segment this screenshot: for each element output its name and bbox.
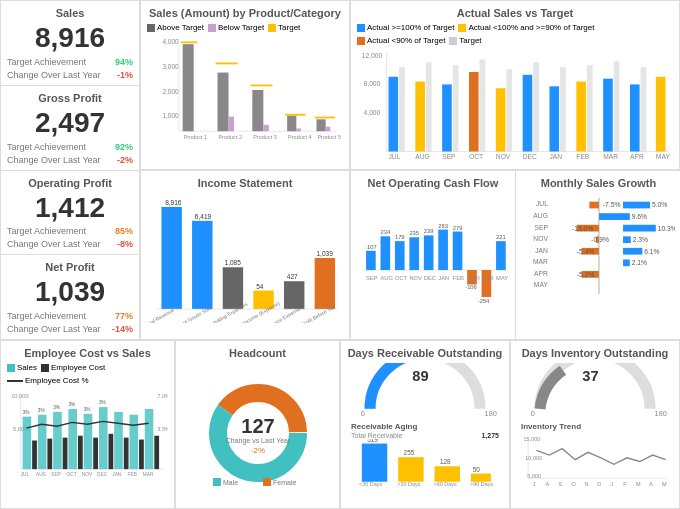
gross-profit-target-label: Target Achievement xyxy=(7,142,86,152)
svg-text:0: 0 xyxy=(361,409,365,418)
svg-text:>60 Days: >60 Days xyxy=(434,481,457,487)
gross-profit-change-row: Change Over Last Year -2% xyxy=(7,155,133,165)
sales-by-product-chart: 4,000 3,000 2,000 1,000 xyxy=(147,35,343,145)
svg-rect-67 xyxy=(223,267,243,309)
svg-text:NOV: NOV xyxy=(82,472,93,477)
svg-text:SEP: SEP xyxy=(366,275,378,281)
svg-text:1,085: 1,085 xyxy=(225,259,242,266)
svg-rect-18 xyxy=(317,119,326,131)
sales-value: 8,916 xyxy=(7,23,133,54)
monthly-growth-chart: JUL -7.5% 5.0% AUG 9.6% SEP -13.0% 10.3% xyxy=(522,193,675,323)
svg-text:MAR: MAR xyxy=(143,472,154,477)
receivable-card: Days Receivable Outstanding 0 89 180 Rec… xyxy=(340,340,510,509)
inventory-trend-chart: 15,000 10,000 5,000 J A S O N D J F M A … xyxy=(517,432,673,492)
actual-sales-legend: Actual >=100% of Target Actual <100% and… xyxy=(357,23,673,45)
svg-text:JAN: JAN xyxy=(438,275,449,281)
svg-text:50: 50 xyxy=(473,466,481,473)
net-profit-kpi-card: Net Profit 1,039 Target Achievement 77% … xyxy=(1,255,139,339)
svg-text:6.1%: 6.1% xyxy=(644,248,659,255)
svg-text:-106: -106 xyxy=(465,284,477,290)
svg-rect-115 xyxy=(589,202,599,209)
svg-text:234: 234 xyxy=(381,229,391,235)
svg-text:128: 128 xyxy=(440,458,451,465)
svg-rect-161 xyxy=(99,407,108,469)
svg-text:2,000: 2,000 xyxy=(163,88,179,95)
svg-rect-45 xyxy=(576,82,586,152)
svg-text:7.0%: 7.0% xyxy=(157,393,168,399)
svg-text:255: 255 xyxy=(404,449,415,456)
svg-text:MAR: MAR xyxy=(467,275,480,281)
svg-text:-0.9%: -0.9% xyxy=(591,236,609,243)
svg-rect-202 xyxy=(435,466,460,481)
svg-text:NOV: NOV xyxy=(409,275,422,281)
svg-rect-44 xyxy=(560,67,566,151)
svg-text:APR: APR xyxy=(482,275,494,281)
svg-text:Change vs Last Year: Change vs Last Year xyxy=(225,437,290,445)
svg-text:SEP: SEP xyxy=(442,153,456,160)
svg-text:OCT: OCT xyxy=(469,153,483,160)
svg-rect-46 xyxy=(587,65,593,151)
svg-text:A: A xyxy=(649,481,653,487)
svg-text:M: M xyxy=(662,481,667,487)
cashflow-card: Net Operating Cash Flow 107 SEP 234 AUG … xyxy=(351,171,516,339)
svg-text:10.3%: 10.3% xyxy=(658,225,675,232)
svg-text:AUG: AUG xyxy=(415,153,430,160)
sales-change-row: Change Over Last Year -1% xyxy=(7,70,133,80)
svg-text:N: N xyxy=(584,481,588,487)
svg-rect-196 xyxy=(362,444,387,482)
svg-rect-92 xyxy=(409,237,419,270)
inventory-trend-title: Inventory Trend xyxy=(521,422,673,431)
svg-rect-43 xyxy=(550,86,560,151)
svg-rect-157 xyxy=(68,409,77,469)
cashflow-chart: 107 SEP 234 AUG 179 OCT 235 NOV 239 DEC … xyxy=(357,193,509,323)
svg-rect-164 xyxy=(124,438,129,470)
income-statement-chart: 8,916 6,419 1,085 54 427 1,039 Total Rev… xyxy=(147,193,343,323)
svg-rect-199 xyxy=(398,457,423,482)
svg-text:3.5%: 3.5% xyxy=(157,426,168,432)
svg-text:FEB: FEB xyxy=(576,153,590,160)
svg-rect-6 xyxy=(183,44,194,131)
svg-rect-37 xyxy=(469,72,479,152)
gross-profit-target-row: Target Achievement 92% xyxy=(7,142,133,152)
svg-text:4,000: 4,000 xyxy=(364,109,381,116)
bottom-row: Employee Cost vs Sales Sales Employee Co… xyxy=(0,340,680,509)
svg-text:Product 2: Product 2 xyxy=(218,134,242,140)
svg-text:A: A xyxy=(546,481,550,487)
operating-profit-value: 1,412 xyxy=(7,193,133,224)
svg-text:Product 5: Product 5 xyxy=(317,134,341,140)
svg-text:283: 283 xyxy=(438,223,448,229)
svg-text:DEC: DEC xyxy=(97,472,108,477)
svg-text:DEC: DEC xyxy=(424,275,436,281)
sales-target-row: Target Achievement 94% xyxy=(7,57,133,67)
svg-text:OCT: OCT xyxy=(67,472,77,477)
svg-text:3%: 3% xyxy=(68,402,76,407)
svg-rect-166 xyxy=(139,440,144,470)
operating-profit-title: Operating Profit xyxy=(7,177,133,189)
svg-text:<30 Days: <30 Days xyxy=(359,481,382,487)
svg-text:MAY: MAY xyxy=(534,281,549,288)
svg-rect-120 xyxy=(599,213,630,220)
svg-rect-165 xyxy=(130,415,139,469)
net-profit-target-row: Target Achievement 77% xyxy=(7,311,133,321)
svg-rect-15 xyxy=(287,116,296,132)
svg-rect-63 xyxy=(161,207,181,309)
svg-text:DEC: DEC xyxy=(523,153,537,160)
net-profit-target-value: 77% xyxy=(115,311,133,321)
svg-text:MAY: MAY xyxy=(496,275,508,281)
gross-profit-change-value: -2% xyxy=(117,155,133,165)
svg-text:1,039: 1,039 xyxy=(317,250,334,257)
sales-change-value: -1% xyxy=(117,70,133,80)
svg-rect-40 xyxy=(506,69,512,151)
gross-profit-target-value: 92% xyxy=(115,142,133,152)
operating-profit-target-value: 85% xyxy=(115,226,133,236)
svg-rect-117 xyxy=(623,202,650,209)
svg-text:180: 180 xyxy=(655,409,667,418)
aging-title: Receivable Aging xyxy=(351,422,503,431)
svg-text:-5.4%: -5.4% xyxy=(577,248,595,255)
svg-text:MAR: MAR xyxy=(603,153,618,160)
svg-rect-154 xyxy=(47,439,52,470)
headcount-donut: 127 Change vs Last Year -2% Male Female xyxy=(193,378,323,488)
sales-title: Sales xyxy=(7,7,133,19)
svg-text:-254: -254 xyxy=(478,298,490,304)
svg-rect-168 xyxy=(154,436,159,469)
